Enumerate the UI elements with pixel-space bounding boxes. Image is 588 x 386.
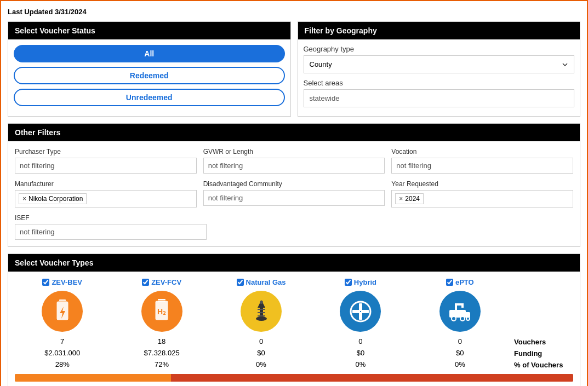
gvwr-label: GVWR or Length <box>203 148 385 155</box>
progress-zev-bev <box>15 374 171 382</box>
svg-rect-13 <box>258 312 265 313</box>
filters-grid: Purchaser Type GVWR or Length Vocation M… <box>8 141 580 214</box>
natural-gas-label-row: Natural Gas <box>237 278 286 286</box>
epto-pct: 0% <box>455 359 465 371</box>
main-container: Last Updated 3/31/2024 Select Voucher St… <box>0 0 588 386</box>
voucher-type-zev-bev: ZEV-BEV 7 $2.031.000 28% <box>13 278 112 372</box>
epto-icon <box>439 291 481 332</box>
vocation-input[interactable] <box>391 158 573 174</box>
svg-point-22 <box>452 316 456 321</box>
progress-bar <box>15 374 573 382</box>
natural-gas-icon <box>241 291 282 332</box>
manufacturer-tag-input[interactable]: × Nikola Corporation <box>15 190 197 208</box>
isef-input[interactable] <box>15 224 207 240</box>
natural-gas-stats: 0 $0 0% <box>256 336 266 370</box>
zev-fcv-label: ZEV-FCV <box>151 278 181 286</box>
svg-rect-26 <box>455 303 463 306</box>
voucher-status-panel: Select Voucher Status All Redeemed Unred… <box>8 21 291 117</box>
svg-rect-27 <box>461 303 464 308</box>
year-requested-tag: × 2024 <box>395 193 424 204</box>
select-areas-input[interactable] <box>304 89 575 107</box>
zev-fcv-pct: 72% <box>144 359 180 371</box>
voucher-type-zev-fcv: ZEV-FCV H₂ 18 $7.328.025 72% <box>112 278 211 372</box>
natural-gas-pct: 0% <box>256 359 266 371</box>
voucher-types-row: ZEV-BEV 7 $2.031.000 28% <box>8 272 580 374</box>
purchaser-type-input[interactable] <box>15 158 197 174</box>
hybrid-stats: 0 $0 0% <box>356 336 366 370</box>
hybrid-checkbox[interactable] <box>345 279 352 286</box>
zev-fcv-checkbox[interactable] <box>142 279 149 286</box>
year-requested-group: Year Requested × 2024 <box>391 180 573 208</box>
pct-stat-label: % of Vouchers <box>514 360 575 371</box>
gvwr-group: GVWR or Length <box>203 148 385 174</box>
isef-group: ISEF <box>15 214 573 240</box>
svg-rect-21 <box>464 312 470 318</box>
natural-gas-checkbox[interactable] <box>237 279 244 286</box>
year-requested-label: Year Requested <box>391 180 573 188</box>
unredeemed-button[interactable]: Unredeemed <box>14 89 285 106</box>
geography-body: Geography type County Select areas <box>298 39 580 113</box>
all-button[interactable]: All <box>14 45 285 62</box>
manufacturer-tag: × Nikola Corporation <box>19 193 87 204</box>
zev-bev-label: ZEV-BEV <box>52 278 82 286</box>
svg-point-24 <box>466 317 470 320</box>
stat-labels-col: Vouchers Funding % of Vouchers <box>510 278 575 372</box>
disadvantaged-input[interactable] <box>203 190 385 206</box>
zev-fcv-label-row: ZEV-FCV <box>142 278 181 286</box>
disadvantaged-group: Disadvantaged Community <box>203 180 385 208</box>
year-requested-tag-value: 2024 <box>405 195 420 203</box>
other-filters-header: Other Filters <box>8 124 580 141</box>
voucher-status-body: All Redeemed Unredeemed <box>8 39 290 116</box>
manufacturer-group: Manufacturer × Nikola Corporation <box>15 180 197 208</box>
svg-rect-16 <box>359 303 362 311</box>
svg-point-23 <box>460 316 465 321</box>
purchaser-type-label: Purchaser Type <box>15 148 197 155</box>
hybrid-label: Hybrid <box>354 278 376 286</box>
hybrid-vouchers: 0 <box>356 336 366 348</box>
geography-type-select[interactable]: County <box>304 55 575 73</box>
zev-fcv-vouchers: 18 <box>144 336 180 348</box>
progress-bar-container <box>8 374 580 386</box>
top-row: Select Voucher Status All Redeemed Unred… <box>8 21 580 117</box>
svg-rect-14 <box>258 315 265 316</box>
zev-bev-pct: 28% <box>44 359 80 371</box>
epto-checkbox[interactable] <box>446 279 453 286</box>
isef-row: ISEF <box>8 214 580 246</box>
geography-type-label: Geography type <box>304 45 575 53</box>
epto-vouchers: 0 <box>455 336 465 348</box>
manufacturer-label: Manufacturer <box>15 180 197 188</box>
zev-fcv-icon: H₂ <box>141 291 182 332</box>
vocation-label: Vocation <box>391 148 573 155</box>
select-areas-label: Select areas <box>304 79 575 87</box>
svg-point-11 <box>260 301 263 304</box>
zev-bev-vouchers: 7 <box>44 336 80 348</box>
year-requested-tag-remove[interactable]: × <box>399 195 403 203</box>
funding-stat-label: Funding <box>514 348 575 360</box>
svg-text:H₂: H₂ <box>157 307 166 316</box>
voucher-types-section: Select Voucher Types ZEV-BEV 7 <box>8 254 580 386</box>
hybrid-funding: $0 <box>356 348 366 359</box>
natural-gas-label: Natural Gas <box>246 278 286 286</box>
epto-stats: 0 $0 0% <box>455 336 465 370</box>
epto-funding: $0 <box>455 348 465 359</box>
voucher-type-epto: ePTO <box>410 278 510 372</box>
zev-bev-checkbox[interactable] <box>42 279 49 286</box>
disadvantaged-label: Disadvantaged Community <box>203 180 385 188</box>
voucher-type-natural-gas: Natural Gas 0 $0 0% <box>212 278 311 372</box>
natural-gas-funding: $0 <box>256 348 266 359</box>
svg-rect-17 <box>359 312 362 320</box>
epto-label-row: ePTO <box>446 278 474 286</box>
voucher-status-header: Select Voucher Status <box>8 22 290 39</box>
purchaser-type-group: Purchaser Type <box>15 148 197 174</box>
year-requested-tag-input[interactable]: × 2024 <box>391 190 573 208</box>
hybrid-pct: 0% <box>356 359 366 371</box>
manufacturer-tag-remove[interactable]: × <box>22 195 26 203</box>
zev-fcv-funding: $7.328.025 <box>144 348 180 359</box>
gvwr-input[interactable] <box>203 158 385 174</box>
last-updated-label: Last Updated 3/31/2024 <box>8 8 580 16</box>
geography-panel: Filter by Geography Geography type Count… <box>298 21 581 117</box>
svg-rect-19 <box>361 310 369 313</box>
redeemed-button[interactable]: Redeemed <box>14 67 285 84</box>
manufacturer-tag-value: Nikola Corporation <box>28 195 83 203</box>
hybrid-label-row: Hybrid <box>345 278 376 286</box>
